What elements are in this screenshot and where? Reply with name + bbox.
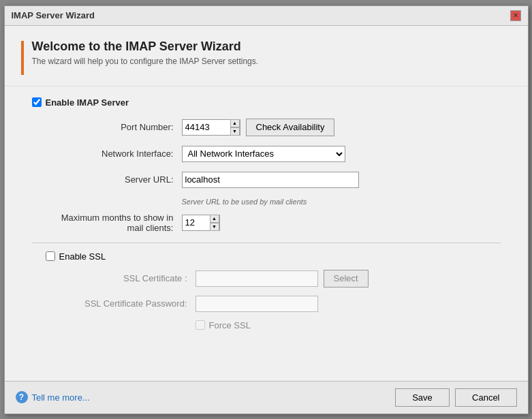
- network-interface-row: Network Interface: All Network Interface…: [32, 146, 501, 162]
- ssl-select-button[interactable]: Select: [324, 270, 369, 288]
- network-interface-label: Network Interface:: [46, 149, 182, 159]
- port-number-row: Port Number: ▲ ▼ Check Availability: [32, 119, 501, 136]
- save-button[interactable]: Save: [395, 388, 450, 407]
- enable-ssl-label: Enable SSL: [59, 251, 106, 262]
- port-spinner: ▲ ▼: [230, 119, 240, 136]
- server-url-label: Server URL:: [46, 174, 182, 185]
- section-divider: [32, 243, 501, 243]
- max-months-label: Maximum months to show in mail clients:: [46, 213, 182, 233]
- enable-imap-row: Enable IMAP Server: [32, 97, 501, 108]
- ssl-section: Enable SSL SSL Certificate : Select SSL …: [32, 251, 501, 330]
- footer: ? Tell me more... Save Cancel: [5, 381, 528, 414]
- network-interface-controls: All Network Interfaces Localhost (127.0.…: [182, 146, 345, 162]
- max-months-input[interactable]: [183, 215, 210, 230]
- ssl-cert-input[interactable]: [195, 270, 318, 287]
- close-button[interactable]: ✕: [510, 10, 521, 21]
- header-subtitle: The wizard will help you to configure th…: [32, 57, 259, 66]
- server-url-controls: [182, 172, 359, 188]
- port-spinner-down[interactable]: ▼: [230, 127, 240, 136]
- header-section: Welcome to the IMAP Server Wizard The wi…: [5, 26, 528, 87]
- max-months-wrapper: ▲ ▼: [182, 215, 220, 231]
- server-url-input[interactable]: [182, 172, 359, 188]
- enable-imap-checkbox[interactable]: [32, 97, 42, 107]
- max-months-spinner-down[interactable]: ▼: [210, 223, 219, 231]
- window-title: IMAP Server Wizard: [12, 10, 95, 20]
- ssl-cert-password-controls: [195, 296, 318, 312]
- max-months-row: Maximum months to show in mail clients: …: [32, 213, 501, 233]
- enable-ssl-checkbox[interactable]: [46, 251, 55, 261]
- cancel-button[interactable]: Cancel: [455, 388, 516, 407]
- ssl-cert-controls: Select: [195, 270, 369, 288]
- server-url-hint: Server URL to be used by mail clients: [32, 198, 501, 206]
- force-ssl-checkbox[interactable]: [195, 320, 205, 330]
- port-number-label: Port Number:: [46, 122, 182, 132]
- force-ssl-row: Force SSL: [46, 320, 501, 330]
- max-months-spinner-up[interactable]: ▲: [210, 215, 219, 223]
- tell-more-link[interactable]: Tell me more...: [32, 392, 90, 403]
- server-url-row: Server URL:: [32, 172, 501, 188]
- ssl-cert-password-row: SSL Certificate Password:: [46, 296, 501, 312]
- ssl-cert-password-label: SSL Certificate Password:: [59, 298, 195, 309]
- content-area: Welcome to the IMAP Server Wizard The wi…: [5, 26, 528, 414]
- help-icon[interactable]: ?: [16, 391, 28, 403]
- header-accent: [21, 41, 24, 75]
- force-ssl-label: Force SSL: [209, 320, 251, 330]
- port-spinner-up[interactable]: ▲: [230, 119, 240, 127]
- enable-imap-label: Enable IMAP Server: [46, 97, 129, 108]
- enable-ssl-row: Enable SSL: [46, 251, 501, 262]
- port-number-controls: ▲ ▼ Check Availability: [182, 119, 335, 136]
- footer-left: ? Tell me more...: [16, 391, 90, 403]
- max-months-spinner: ▲ ▼: [210, 215, 219, 231]
- ssl-cert-row: SSL Certificate : Select: [46, 270, 501, 288]
- port-number-input[interactable]: [183, 120, 230, 135]
- header-text: Welcome to the IMAP Server Wizard The wi…: [32, 40, 259, 66]
- main-window: IMAP Server Wizard ✕ Welcome to the IMAP…: [4, 5, 529, 414]
- footer-right: Save Cancel: [395, 388, 516, 407]
- header-title: Welcome to the IMAP Server Wizard: [32, 40, 259, 54]
- title-bar: IMAP Server Wizard ✕: [5, 6, 528, 26]
- ssl-cert-label: SSL Certificate :: [59, 273, 195, 283]
- check-availability-button[interactable]: Check Availability: [246, 119, 335, 136]
- max-months-controls: ▲ ▼: [182, 215, 220, 231]
- port-input-wrapper: ▲ ▼: [182, 119, 240, 136]
- form-area: Enable IMAP Server Port Number: ▲ ▼ Chec…: [5, 87, 528, 381]
- ssl-cert-password-input[interactable]: [195, 296, 318, 312]
- network-interface-select[interactable]: All Network Interfaces Localhost (127.0.…: [182, 146, 345, 162]
